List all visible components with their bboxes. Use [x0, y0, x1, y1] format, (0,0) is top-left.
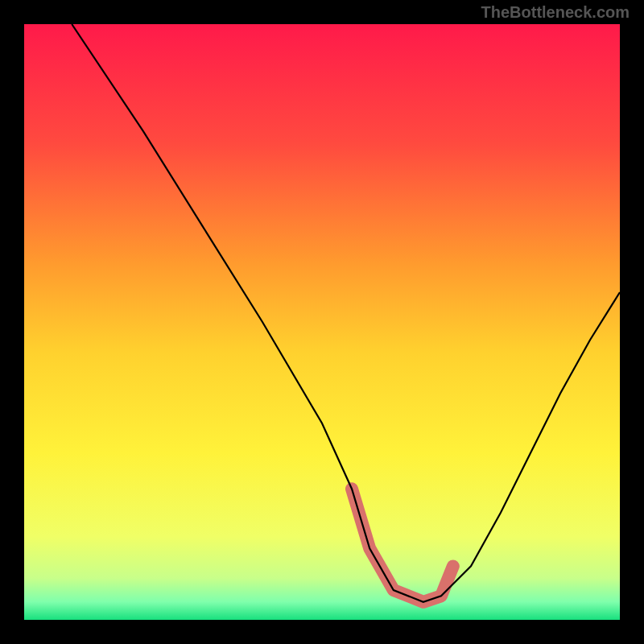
chart-svg [24, 24, 620, 620]
chart-background [24, 24, 620, 620]
chart-area [24, 24, 620, 620]
attribution-text: TheBottleneck.com [481, 3, 630, 22]
